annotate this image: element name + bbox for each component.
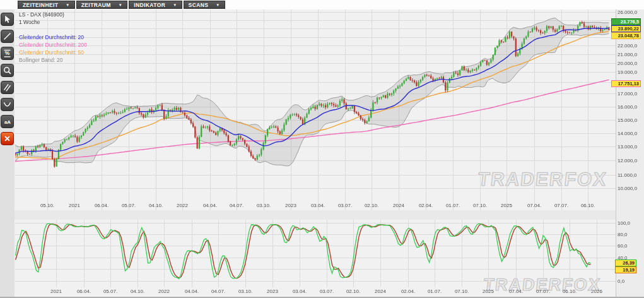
date-axis-label: 01.07.: [428, 289, 442, 294]
price-axis-label: 19.000,0: [618, 69, 643, 75]
price-axis-label: 16.000,0: [618, 104, 643, 110]
date-axis-label: 03.04.: [311, 203, 325, 208]
date-axis-label: 07.07.: [536, 289, 550, 294]
tool-zoom-button[interactable]: [1, 64, 14, 77]
date-axis-label: 2025: [501, 203, 512, 208]
date-axis-label: 2022: [177, 203, 188, 208]
parallel-lines-icon: [3, 83, 12, 92]
menu-label: SCANS: [189, 2, 209, 8]
cursor-icon: [3, 15, 12, 24]
menu-bar: ZEITEINHEIT▼ZEITRAUM▼INDIKATOR▼SCANS▼: [0, 0, 644, 9]
price-axis-label: 15.000,0: [618, 117, 643, 123]
tool-cursor-button[interactable]: [1, 13, 14, 26]
date-axis-label: 02.04.: [401, 289, 415, 294]
date-axis-label: 06.10.: [563, 289, 577, 294]
menu-buttons: ZEITEINHEIT▼ZEITRAUM▼INDIKATOR▼SCANS▼: [18, 1, 225, 9]
stoch-d-value-badge: 19,19: [615, 266, 636, 273]
oscillator-axis-label: 60,0: [618, 243, 643, 249]
trendline-icon: [3, 32, 12, 41]
price-axis-label: 12.000,0: [618, 158, 643, 164]
date-axis-label: 02.10.: [346, 289, 360, 294]
date-axis-label: 07.10.: [473, 203, 487, 208]
date-axis-label: 2021: [50, 289, 62, 294]
price-axis-label: 21.000,0: [618, 52, 643, 57]
legend-item: Gleitender Durchschnitt: 200: [19, 41, 87, 49]
timeframe-label: 1 Woche: [19, 18, 87, 26]
tool-trendline-button[interactable]: [1, 30, 14, 43]
date-axis-label: 2024: [375, 289, 386, 294]
fibonacci-percent-icon: %: [3, 49, 12, 58]
zoom-icon: [3, 66, 12, 75]
menu-label: ZEITRAUM: [81, 2, 111, 8]
chevron-down-icon: ▼: [119, 3, 122, 7]
tool-delete-button[interactable]: [1, 132, 14, 145]
oscillator-axis-label: 80,0: [618, 232, 643, 237]
svg-text:%: %: [5, 50, 10, 56]
menu-scans[interactable]: SCANS▼: [184, 1, 225, 9]
date-axis-label: 04.04.: [185, 289, 199, 294]
date-axis-label: 07.04.: [509, 289, 523, 294]
tool-parallel-lines-button[interactable]: [1, 81, 14, 94]
arc-icon: [3, 100, 12, 109]
price-axis-label: 26.000,0: [618, 9, 643, 15]
instrument-title: LS - DAX (846900): [19, 11, 87, 18]
sma20-value-badge: 23.890,22: [611, 25, 641, 32]
date-axis-label: 05.07.: [103, 289, 117, 294]
indicator-legend: Gleitender Durchschnitt: 20Gleitender Du…: [19, 33, 87, 64]
chevron-down-icon: ▼: [66, 3, 69, 7]
date-axis-label: 03.07.: [338, 203, 352, 208]
price-axis-label: 14.000,0: [618, 131, 643, 136]
date-axis-label: 07.04.: [527, 203, 541, 208]
oscillator-axis-label: 100,0: [618, 220, 643, 226]
date-axis-label: 02.04.: [419, 203, 433, 208]
date-axis-label: 04.04.: [203, 203, 217, 208]
date-axis-label: 03.10.: [238, 289, 252, 294]
date-axis-label: 2026: [591, 289, 602, 294]
date-axis-label: 04.10.: [131, 289, 144, 294]
charting-window: ZEITEINHEIT▼ZEITRAUM▼INDIKATOR▼SCANS▼ %a…: [0, 0, 644, 298]
date-axis-label: 06.04.: [77, 289, 91, 294]
date-axis-label: 2022: [158, 289, 170, 294]
menu-zeitraum[interactable]: ZEITRAUM▼: [76, 1, 127, 9]
date-axis-label: 2021: [69, 203, 80, 208]
delete-icon: [3, 134, 12, 143]
date-axis-label: 03.07.: [320, 289, 334, 294]
date-axis-label: 04.07.: [211, 289, 225, 294]
date-axis-label: 05.07.: [122, 203, 136, 208]
chart-canvas[interactable]: [0, 0, 644, 298]
price-axis-label: 20.000,0: [618, 61, 643, 66]
sma200-value-badge: 17.751,13: [611, 80, 641, 87]
tool-arc-button[interactable]: [1, 98, 14, 111]
menu-label: INDIKATOR: [134, 2, 165, 8]
date-axis-label: 2023: [285, 203, 296, 208]
oscillator-axis-label: 0,0: [618, 278, 643, 284]
date-axis-label: 01.07.: [446, 203, 460, 208]
chevron-down-icon: ▼: [173, 3, 177, 7]
tool-text-tool-button[interactable]: aA: [1, 115, 14, 128]
date-axis-label: 07.07.: [554, 203, 568, 208]
legend-item: Gleitender Durchschnitt: 50: [19, 49, 87, 56]
price-axis-label: 11.000,0: [618, 172, 643, 178]
date-axis-label: 03.10.: [257, 203, 271, 208]
stoch-k-value-badge: 26,39: [615, 259, 636, 266]
menu-label: ZEITEINHEIT: [23, 2, 58, 8]
date-axis-label: 2025: [483, 289, 494, 294]
date-axis-label: 2024: [393, 203, 404, 208]
price-axis-label: 13.000,0: [618, 144, 643, 150]
last-price-badge: 23.776,5: [611, 18, 641, 25]
tool-fibonacci-percent-button[interactable]: %: [1, 47, 14, 60]
menu-indikator[interactable]: INDIKATOR▼: [129, 1, 182, 9]
price-axis-label: 17.000,0: [618, 91, 643, 97]
legend-item: Gleitender Durchschnitt: 20: [19, 33, 87, 41]
date-axis-label: 06.04.: [95, 203, 108, 208]
date-axis-label: 02.10.: [365, 203, 378, 208]
svg-text:aA: aA: [4, 119, 10, 125]
chevron-down-icon: ▼: [216, 3, 220, 7]
text-tool-icon: aA: [3, 117, 13, 126]
price-axis-label: 10.000,0: [618, 186, 643, 191]
date-axis-label: 04.10.: [149, 203, 163, 208]
date-axis-label: 2023: [267, 289, 278, 294]
date-axis-label: 03.04.: [293, 289, 307, 294]
menu-zeiteinheit[interactable]: ZEITEINHEIT▼: [18, 1, 75, 9]
date-axis-label: 07.10.: [455, 289, 469, 294]
